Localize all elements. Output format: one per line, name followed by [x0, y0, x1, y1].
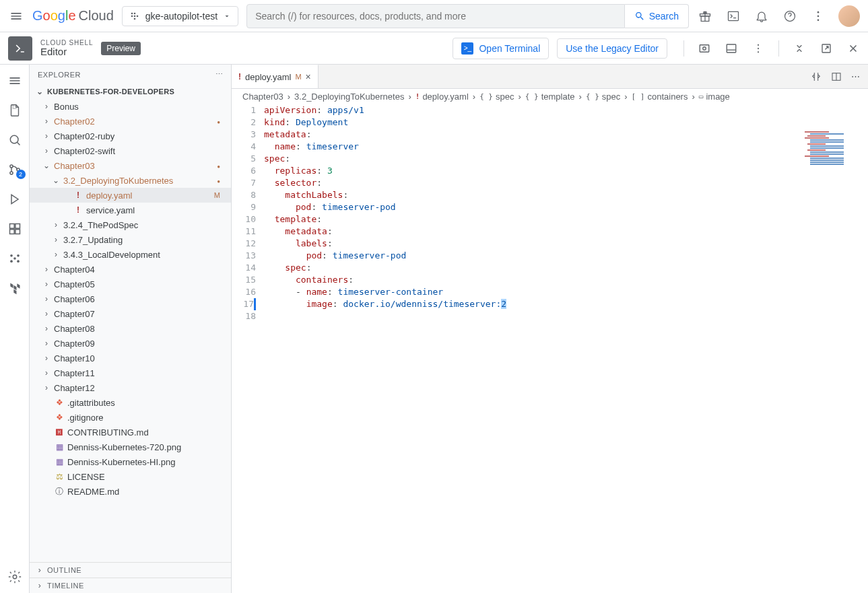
- terraform-icon[interactable]: [7, 280, 23, 296]
- tab-bar: ! deploy.yaml M × ⋯: [232, 65, 868, 89]
- svg-point-29: [17, 254, 20, 257]
- breadcrumb-segment[interactable]: [ ]containers: [632, 92, 688, 102]
- run-debug-icon[interactable]: [7, 191, 23, 207]
- tree-folder[interactable]: ›3.2.7_Updating: [30, 232, 231, 247]
- tree-file[interactable]: ⓘREADME.md: [30, 484, 231, 499]
- legacy-editor-button[interactable]: Use the Legacy Editor: [557, 38, 667, 59]
- breadcrumb-segment[interactable]: Chapter03: [242, 92, 283, 102]
- tree-folder[interactable]: ›Chapter02-ruby: [30, 129, 231, 143]
- project-icon: [129, 11, 140, 22]
- project-selector[interactable]: gke-autopilot-test: [122, 6, 238, 26]
- editor-more-icon[interactable]: ⋯: [851, 71, 860, 81]
- project-name: gke-autopilot-test: [145, 11, 218, 22]
- tree-folder[interactable]: ›Chapter05: [30, 277, 231, 291]
- help-icon[interactable]: [782, 8, 798, 24]
- tree-folder[interactable]: ›Chapter10: [30, 351, 231, 365]
- web-preview-icon[interactable]: [698, 42, 711, 55]
- avatar[interactable]: [838, 5, 860, 27]
- tree-folder[interactable]: ›3.4.3_LocalDevelopment: [30, 247, 231, 262]
- svg-point-12: [817, 19, 820, 21]
- svg-point-32: [13, 257, 16, 260]
- more-icon[interactable]: [810, 8, 826, 24]
- source-control-icon[interactable]: 2: [7, 162, 23, 178]
- timeline-section[interactable]: ›TIMELINE: [30, 578, 231, 593]
- tree-folder[interactable]: ›Chapter12: [30, 380, 231, 395]
- settings-gear-icon[interactable]: [7, 569, 23, 585]
- search-button[interactable]: Search: [625, 4, 689, 28]
- tree-file[interactable]: ❖.gitignore: [30, 410, 231, 425]
- tree-folder[interactable]: ›Chapter06: [30, 291, 231, 306]
- svg-point-3: [133, 15, 135, 17]
- tree-file[interactable]: ❖.gitattributes: [30, 395, 231, 410]
- svg-point-10: [817, 11, 820, 13]
- menu-icon[interactable]: [8, 8, 24, 24]
- close-icon[interactable]: [846, 42, 860, 55]
- tree-folder[interactable]: ›3.2.4_ThePodSpec: [30, 217, 231, 232]
- tree-folder[interactable]: ⌄3.2_DeployingToKubernetes: [30, 173, 231, 188]
- workspace-root[interactable]: ⌄ KUBERNETES-FOR-DEVELOPERS: [30, 84, 231, 99]
- tree-folder[interactable]: ›Chapter04: [30, 262, 231, 277]
- open-terminal-button[interactable]: >_ Open Terminal: [453, 38, 549, 59]
- svg-rect-13: [700, 44, 709, 52]
- tree-file[interactable]: !deploy.yamlM: [30, 188, 231, 203]
- tab-close-icon[interactable]: ×: [306, 71, 311, 82]
- tree-file[interactable]: ⚖LICENSE: [30, 469, 231, 484]
- split-editor-icon[interactable]: [831, 71, 842, 82]
- tree-folder[interactable]: ›Chapter07: [30, 306, 231, 321]
- google-cloud-logo[interactable]: Google Cloud: [32, 8, 114, 24]
- svg-point-2: [131, 15, 133, 17]
- editor-area: ! deploy.yaml M × ⋯ Chapter033.2_Deployi…: [232, 65, 868, 593]
- search-icon: [634, 11, 645, 22]
- compare-icon[interactable]: [811, 71, 822, 82]
- svg-point-21: [9, 165, 12, 168]
- header-actions: [697, 5, 860, 27]
- search-input[interactable]: [246, 4, 624, 28]
- layout-icon[interactable]: [725, 42, 738, 55]
- tree-folder[interactable]: ›Chapter11: [30, 365, 231, 380]
- cloud-shell-ribbon: CLOUD SHELL Editor Preview >_ Open Termi…: [0, 32, 868, 65]
- code-editor[interactable]: 123456789101112131415161718 apiVersion: …: [232, 104, 868, 593]
- tree-folder[interactable]: ›Chapter09: [30, 336, 231, 351]
- search-activity-icon[interactable]: [7, 132, 23, 148]
- svg-point-17: [758, 47, 759, 48]
- breadcrumb-segment[interactable]: { }spec: [479, 92, 514, 102]
- svg-rect-26: [15, 230, 20, 234]
- tree-file[interactable]: ▦Denniss-Kubernetes-720.png: [30, 440, 231, 454]
- menu-toggle-icon[interactable]: [7, 73, 23, 89]
- tab-deploy-yaml[interactable]: ! deploy.yaml M ×: [232, 65, 319, 88]
- collapse-icon[interactable]: [793, 42, 806, 55]
- breadcrumbs[interactable]: Chapter033.2_DeployingToKubernetes!deplo…: [232, 89, 868, 104]
- breadcrumb-segment[interactable]: ▭image: [699, 92, 730, 102]
- explorer-sidebar: EXPLORER ⋯ ⌄ KUBERNETES-FOR-DEVELOPERS ›…: [30, 65, 232, 593]
- svg-point-22: [9, 172, 12, 174]
- tree-folder[interactable]: ›Chapter02: [30, 114, 231, 129]
- cloud-code-icon[interactable]: [7, 250, 23, 267]
- tree-file[interactable]: !service.yaml: [30, 203, 231, 217]
- tree-file[interactable]: ▦Denniss-Kubernetes-HI.png: [30, 454, 231, 469]
- outline-section[interactable]: ›OUTLINE: [30, 562, 231, 578]
- extensions-icon[interactable]: [7, 221, 23, 237]
- breadcrumb-segment[interactable]: { }template: [525, 92, 575, 102]
- svg-point-18: [758, 51, 759, 53]
- cloud-shell-icon[interactable]: [725, 8, 741, 24]
- explorer-icon[interactable]: [7, 102, 23, 118]
- tree-folder[interactable]: ›Bonus: [30, 99, 231, 114]
- svg-point-31: [17, 260, 20, 263]
- preview-badge: Preview: [101, 42, 141, 55]
- tree-folder[interactable]: ⌄Chapter03: [30, 158, 231, 173]
- tree-file[interactable]: 🅼CONTRIBUTING.md: [30, 425, 231, 440]
- breadcrumb-segment[interactable]: { }spec: [586, 92, 620, 102]
- breadcrumb-segment[interactable]: 3.2_DeployingToKubernetes: [294, 92, 404, 102]
- svg-rect-25: [9, 230, 14, 234]
- more-vert-icon[interactable]: [752, 42, 765, 55]
- scm-badge: 2: [16, 170, 26, 179]
- explorer-header: EXPLORER ⋯: [30, 65, 231, 84]
- svg-point-30: [10, 260, 13, 263]
- tree-folder[interactable]: ›Chapter02-swift: [30, 143, 231, 158]
- tree-folder[interactable]: ›Chapter08: [30, 321, 231, 336]
- explorer-more-icon[interactable]: ⋯: [215, 70, 224, 79]
- open-new-window-icon[interactable]: [820, 42, 833, 55]
- notifications-icon[interactable]: [754, 8, 770, 24]
- gift-icon[interactable]: [697, 8, 713, 24]
- breadcrumb-segment[interactable]: !deploy.yaml: [415, 92, 469, 102]
